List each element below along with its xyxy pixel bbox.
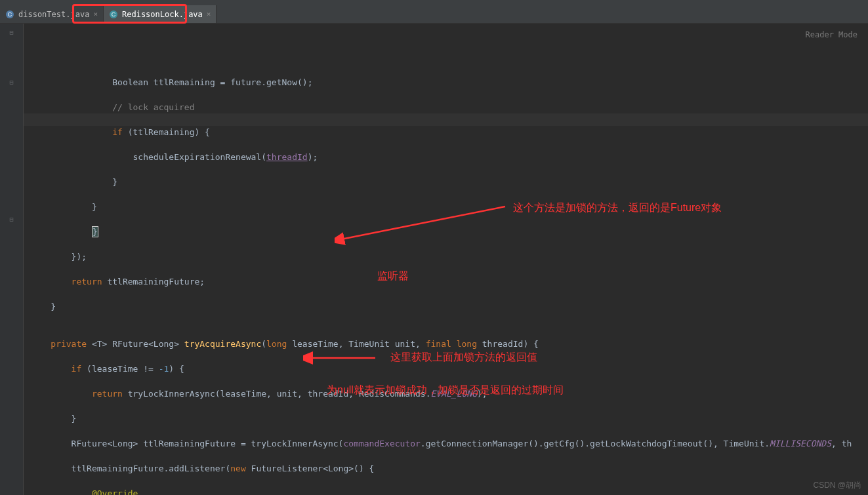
code-area[interactable]: Boolean ttlRemaining = future.getNow(); … xyxy=(24,24,868,495)
editor-tabs: C dissonTest.java × C RedissonLock.java … xyxy=(0,5,868,24)
svg-line-5 xyxy=(341,207,505,239)
gutter[interactable]: ⊟ ⊟ ⊟ xyxy=(0,24,24,495)
editor: ⊟ ⊟ ⊟ Boolean ttlRemaining = future.getN… xyxy=(0,24,868,495)
annotation-4: 为null就表示加锁成功，加锁是否是返回的过期时间 xyxy=(327,384,564,397)
arrow-1 xyxy=(335,203,512,246)
menu-bar xyxy=(0,0,868,5)
arrow-3 xyxy=(303,351,382,365)
code-content[interactable]: Boolean ttlRemaining = future.getNow(); … xyxy=(30,64,868,495)
tab-redissonlock[interactable]: C RedissonLock.java × xyxy=(104,5,217,23)
svg-text:C: C xyxy=(112,11,116,18)
tab-label: RedissonLock.java xyxy=(122,10,203,19)
tab-label: dissonTest.java xyxy=(18,10,89,19)
annotation-1: 这个方法是加锁的方法，返回的是Future对象 xyxy=(513,201,722,215)
java-class-icon: C xyxy=(109,10,118,19)
svg-text:C: C xyxy=(8,11,12,18)
annotation-2: 监听器 xyxy=(377,269,409,283)
close-icon[interactable]: × xyxy=(93,10,98,18)
annotation-3: 这里获取上面加锁方法的返回值 xyxy=(390,351,537,365)
java-class-icon: C xyxy=(5,10,14,19)
close-icon[interactable]: × xyxy=(207,10,211,18)
tab-dissontest[interactable]: C dissonTest.java × xyxy=(0,5,104,23)
